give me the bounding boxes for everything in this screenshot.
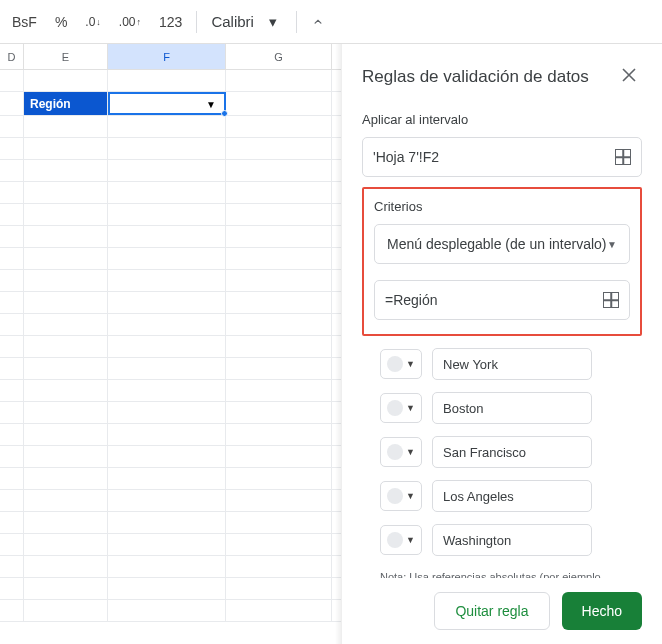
selection-handle[interactable] [221, 110, 228, 117]
option-color-chip[interactable]: ▼ [380, 349, 422, 379]
select-range-icon[interactable] [603, 292, 619, 308]
cell[interactable] [226, 92, 332, 115]
criteria-type-select[interactable]: Menú desplegable (de un intervalo) ▼ [374, 224, 630, 264]
chevron-down-icon: ▼ [406, 403, 415, 413]
dropdown-arrow-icon: ▼ [206, 98, 216, 109]
cell[interactable] [108, 70, 226, 91]
scroll-shadow [335, 44, 341, 644]
table-row [0, 248, 341, 270]
sidebar-footer: Quitar regla Hecho [342, 578, 662, 644]
table-row [0, 534, 341, 556]
table-row [0, 600, 341, 622]
table-row [0, 556, 341, 578]
table-row [0, 270, 341, 292]
chevron-down-icon: ▼ [406, 359, 415, 369]
region-header-cell[interactable]: Región [24, 92, 108, 115]
option-value[interactable]: New York [432, 348, 592, 380]
table-row [0, 292, 341, 314]
close-icon [622, 68, 636, 82]
option-color-chip[interactable]: ▼ [380, 481, 422, 511]
criteria-label: Criterios [374, 199, 630, 214]
decrease-decimal-button[interactable]: .0↓ [77, 9, 109, 35]
criteria-section-highlight: Criterios Menú desplegable (de un interv… [362, 187, 642, 336]
collapse-toolbar-button[interactable] [303, 9, 333, 35]
chevron-down-icon: ▼ [406, 491, 415, 501]
select-range-icon[interactable] [615, 149, 631, 165]
option-value[interactable]: Boston [432, 392, 592, 424]
toolbar: BsF % .0↓ .00↑ 123 Calibri ▾ [0, 0, 662, 44]
sidebar-title: Reglas de validación de datos [362, 67, 589, 87]
option-color-chip[interactable]: ▼ [380, 393, 422, 423]
data-validation-sidebar: Reglas de validación de datos Aplicar al… [342, 44, 662, 644]
option-value[interactable]: San Francisco [432, 436, 592, 468]
more-formats-button[interactable]: 123 [151, 8, 190, 36]
done-button[interactable]: Hecho [562, 592, 642, 630]
cell[interactable] [0, 70, 24, 91]
apply-range-input[interactable]: 'Hoja 7'!F2 [362, 137, 642, 177]
list-item: ▼ Washington [362, 524, 642, 556]
table-row [0, 160, 341, 182]
criteria-range-value: =Región [385, 292, 438, 308]
chevron-down-icon: ▼ [406, 535, 415, 545]
table-row [0, 138, 341, 160]
table-row [0, 402, 341, 424]
table-row [0, 336, 341, 358]
list-item: ▼ Boston [362, 392, 642, 424]
table-row [0, 358, 341, 380]
list-item: ▼ San Francisco [362, 436, 642, 468]
percent-format-button[interactable]: % [47, 8, 75, 36]
table-row [0, 380, 341, 402]
chevron-up-icon [311, 15, 325, 29]
option-color-chip[interactable]: ▼ [380, 525, 422, 555]
font-name: Calibri [211, 13, 254, 30]
option-value[interactable]: Los Angeles [432, 480, 592, 512]
toolbar-separator [296, 11, 297, 33]
list-item: ▼ New York [362, 348, 642, 380]
dropdown-cell-f2[interactable]: ▼ [108, 92, 226, 115]
close-button[interactable] [616, 62, 642, 92]
chevron-down-icon: ▾ [264, 13, 282, 31]
table-row [0, 70, 341, 92]
cell[interactable] [226, 70, 332, 91]
increase-decimal-button[interactable]: .00↑ [111, 9, 149, 35]
table-row [0, 116, 341, 138]
range-text: 'Hoja 7'!F2 [373, 149, 439, 165]
table-row [0, 226, 341, 248]
cell[interactable] [0, 92, 24, 115]
table-row [0, 446, 341, 468]
list-item: ▼ Los Angeles [362, 480, 642, 512]
column-header-f[interactable]: F [108, 44, 226, 69]
column-header-d[interactable]: D [0, 44, 24, 69]
table-row [0, 512, 341, 534]
apply-range-label: Aplicar al intervalo [362, 112, 642, 127]
table-row [0, 204, 341, 226]
table-row [0, 578, 341, 600]
chevron-down-icon: ▼ [406, 447, 415, 457]
option-value[interactable]: Washington [432, 524, 592, 556]
absolute-reference-note: Nota: Usa referencias absolutas (por eje… [380, 570, 642, 578]
column-header-e[interactable]: E [24, 44, 108, 69]
table-row [0, 314, 341, 336]
font-family-select[interactable]: Calibri ▾ [203, 9, 290, 35]
spreadsheet-area[interactable]: D E F G Región ▼ [0, 44, 342, 644]
criteria-type-value: Menú desplegable (de un intervalo) [387, 236, 606, 252]
option-color-chip[interactable]: ▼ [380, 437, 422, 467]
table-row [0, 490, 341, 512]
grid-rows: Región ▼ [0, 70, 341, 622]
table-row: Región ▼ [0, 92, 341, 116]
currency-format-button[interactable]: BsF [4, 8, 45, 36]
column-headers: D E F G [0, 44, 341, 70]
remove-rule-button[interactable]: Quitar regla [434, 592, 549, 630]
criteria-range-input[interactable]: =Región [374, 280, 630, 320]
cell[interactable] [24, 70, 108, 91]
table-row [0, 468, 341, 490]
column-header-g[interactable]: G [226, 44, 332, 69]
chevron-down-icon: ▼ [607, 239, 617, 250]
options-list: ▼ New York ▼ Boston ▼ San Francisco ▼ Lo… [362, 348, 642, 556]
table-row [0, 424, 341, 446]
table-row [0, 182, 341, 204]
toolbar-separator [196, 11, 197, 33]
